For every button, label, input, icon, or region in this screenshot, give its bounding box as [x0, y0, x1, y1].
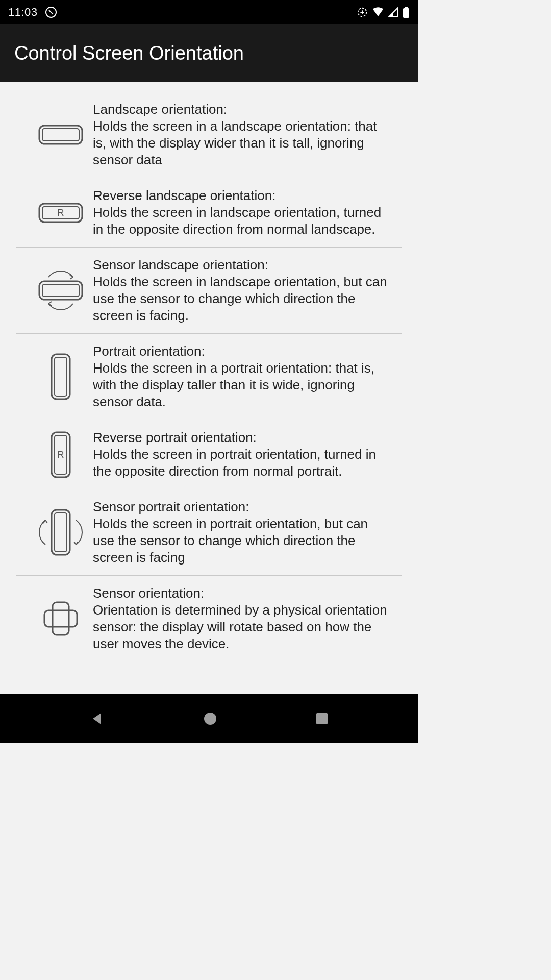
status-time: 11:03	[8, 6, 38, 19]
orientation-desc: Orientation is determined by a physical …	[93, 602, 387, 651]
orientation-item-reverse-portrait[interactable]: R Reverse portrait orientation: Holds th…	[16, 420, 402, 489]
reverse-landscape-icon: R	[31, 199, 91, 227]
orientation-text: Landscape orientation: Holds the screen …	[91, 101, 389, 168]
svg-rect-20	[54, 611, 68, 626]
orientation-item-sensor-portrait[interactable]: Sensor portrait orientation: Holds the s…	[16, 489, 402, 576]
sensor-portrait-icon	[31, 509, 91, 556]
svg-point-21	[204, 713, 216, 725]
orientation-text: Reverse landscape orientation: Holds the…	[91, 187, 389, 238]
orientation-title: Sensor portrait orientation:	[93, 499, 249, 514]
nav-home-button[interactable]	[203, 711, 218, 726]
svg-text:R: R	[58, 208, 64, 218]
navigation-bar	[0, 694, 418, 743]
orientation-list: Landscape orientation: Holds the screen …	[0, 92, 418, 662]
landscape-icon	[31, 120, 91, 149]
sensor-landscape-icon	[31, 270, 91, 311]
svg-rect-22	[316, 713, 328, 724]
orientation-desc: Holds the screen in landscape orientatio…	[93, 205, 381, 237]
no-rotation-icon	[45, 6, 57, 18]
orientation-item-sensor-landscape[interactable]: Sensor landscape orientation: Holds the …	[16, 248, 402, 334]
orientation-title: Reverse landscape orientation:	[93, 188, 276, 203]
svg-rect-3	[405, 7, 408, 8]
orientation-desc: Holds the screen in portrait orientation…	[93, 516, 368, 565]
orientation-desc: Holds the screen in portrait orientation…	[93, 447, 376, 479]
wifi-icon	[372, 7, 384, 17]
battery-icon	[403, 7, 410, 18]
orientation-text: Reverse portrait orientation: Holds the …	[91, 429, 389, 480]
signal-icon	[388, 7, 398, 17]
svg-rect-5	[42, 129, 79, 141]
orientation-item-landscape[interactable]: Landscape orientation: Holds the screen …	[16, 92, 402, 178]
portrait-icon	[31, 353, 91, 400]
nav-back-button[interactable]	[90, 711, 105, 726]
orientation-title: Portrait orientation:	[93, 344, 205, 359]
svg-rect-12	[55, 357, 67, 396]
data-saver-icon	[357, 7, 368, 18]
orientation-title: Reverse portrait orientation:	[93, 430, 257, 445]
orientation-text: Sensor landscape orientation: Holds the …	[91, 257, 389, 324]
orientation-item-sensor[interactable]: Sensor orientation: Orientation is deter…	[16, 576, 402, 662]
reverse-portrait-icon: R	[31, 431, 91, 478]
nav-recent-button[interactable]	[315, 712, 329, 725]
orientation-title: Sensor landscape orientation:	[93, 257, 268, 273]
page-title: Control Screen Orientation	[14, 42, 244, 64]
svg-rect-2	[403, 8, 409, 18]
status-bar: 11:03	[0, 0, 418, 24]
orientation-item-reverse-landscape[interactable]: R Reverse landscape orientation: Holds t…	[16, 178, 402, 248]
svg-text:R: R	[58, 450, 64, 460]
svg-rect-10	[42, 284, 79, 297]
sensor-icon	[31, 600, 91, 637]
svg-rect-17	[55, 513, 67, 552]
orientation-desc: Holds the screen in a portrait orientati…	[93, 360, 374, 409]
orientation-item-portrait[interactable]: Portrait orientation: Holds the screen i…	[16, 334, 402, 420]
orientation-text: Sensor portrait orientation: Holds the s…	[91, 499, 389, 566]
orientation-title: Landscape orientation:	[93, 102, 227, 117]
orientation-desc: Holds the screen in a landscape orientat…	[93, 118, 377, 167]
orientation-title: Sensor orientation:	[93, 585, 204, 601]
orientation-text: Portrait orientation: Holds the screen i…	[91, 343, 389, 410]
orientation-desc: Holds the screen in landscape orientatio…	[93, 274, 387, 323]
orientation-text: Sensor orientation: Orientation is deter…	[91, 585, 389, 652]
app-bar: Control Screen Orientation	[0, 24, 418, 82]
